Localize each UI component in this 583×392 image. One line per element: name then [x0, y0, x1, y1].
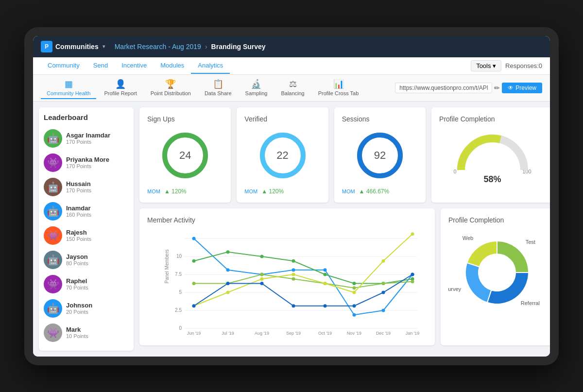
sub-nav-data-share-label: Data Share: [205, 90, 232, 96]
pie-segment: [487, 273, 529, 304]
member-info: Raphel 70 Points: [66, 277, 129, 290]
svg-text:Oct '19: Oct '19: [318, 331, 332, 336]
profile-pie-card: Profile Completion TestReferralQualifyin…: [441, 208, 550, 345]
sessions-donut-container: 92: [342, 129, 418, 182]
avatar: 🤖: [44, 299, 62, 318]
member-name: Raphel: [66, 277, 129, 285]
sub-nav-sampling[interactable]: 🔬 Sampling: [240, 77, 274, 99]
sub-nav-point-distribution-label: Point Distribution: [151, 90, 191, 96]
preview-button[interactable]: 👁 Preview: [502, 83, 542, 93]
verified-value: 22: [276, 149, 288, 162]
member-info: Johnson 20 Points: [66, 302, 129, 315]
member-points: 10 Points: [66, 333, 129, 339]
data-point: [292, 259, 295, 262]
nav-analytics[interactable]: Analytics: [191, 58, 230, 74]
data-point: [382, 282, 385, 285]
series-line: [194, 274, 412, 306]
logo-area: P Communities ▾: [41, 41, 105, 52]
tools-button[interactable]: Tools ▾: [471, 60, 501, 71]
member-info: Jayson 80 Points: [66, 253, 129, 266]
data-point: [260, 255, 264, 258]
data-point: [382, 308, 385, 312]
sub-nav-profile-report[interactable]: 👤 Profile Report: [98, 77, 142, 99]
data-point: [324, 304, 327, 307]
nav-community[interactable]: Community: [41, 58, 86, 74]
gauge-container: [454, 129, 532, 172]
device-frame: P Communities ▾ Market Research - Aug 20…: [24, 27, 559, 365]
avatar: 👾: [44, 226, 62, 245]
svg-text:5: 5: [179, 290, 182, 295]
leaderboard-item: 🤖 Johnson 20 Points: [44, 296, 129, 321]
nav-incentive[interactable]: Incentive: [115, 58, 154, 74]
sub-nav-sampling-label: Sampling: [245, 90, 268, 96]
svg-text:Sep '19: Sep '19: [286, 331, 301, 336]
avatar: 👾: [44, 324, 62, 342]
leaderboard-item: 👾 Raphel 70 Points: [44, 272, 129, 296]
right-panel: Sign Ups 24 MOM: [139, 107, 550, 351]
top-bar: P Communities ▾ Market Research - Aug 20…: [33, 36, 550, 57]
avatar: 🤖: [44, 202, 62, 221]
member-info: Asgar Inamdar 170 Points: [66, 132, 129, 145]
profile-pie-title: Profile Completion: [448, 216, 546, 224]
sub-nav-profile-report-label: Profile Report: [104, 90, 137, 96]
sub-nav-balancing[interactable]: ⚖ Balancing: [275, 77, 310, 99]
nav-send[interactable]: Send: [86, 58, 115, 74]
sessions-card: Sessions 92 MOM: [334, 107, 426, 203]
data-point: [324, 273, 327, 276]
communities-dropdown-icon[interactable]: ▾: [103, 44, 105, 49]
sub-nav-point-distribution[interactable]: 🏆 Point Distribution: [145, 77, 197, 99]
data-share-icon: 📋: [213, 79, 223, 89]
sessions-footer: MOM ▲ 466.67%: [342, 188, 418, 195]
member-name: Rajesh: [66, 229, 129, 236]
data-point: [226, 268, 230, 272]
data-point: [226, 282, 230, 285]
pie-segment: [497, 241, 529, 273]
member-name: Hussain: [66, 180, 129, 187]
data-point: [324, 268, 327, 272]
member-points: 170 Points: [66, 139, 129, 145]
series-line: [194, 274, 412, 288]
pie-label: Web: [463, 235, 473, 240]
point-distribution-icon: 🏆: [165, 79, 176, 89]
activity-chart-svg: 0 2.5 5 7.5 10 Jun '19 Jul '19 Aug '19 S…: [165, 229, 427, 336]
data-point: [192, 259, 196, 262]
signups-title: Sign Ups: [147, 115, 223, 123]
svg-text:0: 0: [179, 325, 182, 331]
activity-card: Member Activity Panel Members: [139, 208, 435, 345]
activity-title: Member Activity: [147, 216, 427, 224]
data-point: [192, 282, 196, 285]
stats-row: Sign Ups 24 MOM: [139, 107, 550, 203]
url-input[interactable]: [395, 83, 492, 93]
communities-label[interactable]: Communities: [55, 43, 99, 51]
pie-segment: [467, 241, 497, 267]
sub-nav-profile-cross-tab[interactable]: 📊 Profile Cross Tab: [312, 77, 365, 99]
member-points: 20 Points: [66, 309, 129, 315]
verified-title: Verified: [244, 115, 320, 123]
pie-label: Test: [526, 239, 535, 245]
nav-bar: Community Send Incentive Modules Analyti…: [33, 57, 550, 75]
member-points: 160 Points: [66, 212, 129, 218]
edit-url-icon[interactable]: ✏: [494, 84, 500, 92]
svg-text:10: 10: [176, 254, 182, 259]
logo-icon: P: [41, 41, 52, 52]
member-points: 150 Points: [66, 236, 129, 242]
data-point: [292, 277, 295, 280]
pie-chart-svg: TestReferralQualifying SurveyWeb: [448, 229, 546, 316]
sub-nav-data-share[interactable]: 📋 Data Share: [199, 77, 238, 99]
verified-donut-container: 22: [244, 129, 320, 182]
sub-nav: ▦ Community Health 👤 Profile Report 🏆 Po…: [33, 75, 550, 102]
data-point: [226, 250, 230, 254]
member-name: Mark: [66, 326, 129, 333]
data-point: [353, 286, 356, 290]
profile-completion-top-title: Profile Completion: [439, 115, 546, 123]
svg-text:Aug '19: Aug '19: [255, 331, 269, 336]
signups-footer: MOM ▲ 120%: [147, 188, 223, 195]
nav-modules[interactable]: Modules: [154, 58, 191, 74]
signups-donut: 24: [158, 129, 212, 182]
breadcrumb-link[interactable]: Market Research - Aug 2019: [115, 43, 201, 51]
sub-nav-community-health[interactable]: ▦ Community Health: [41, 77, 96, 99]
community-health-icon: ▦: [65, 79, 73, 89]
leaderboard-item: 👾 Priyanka More 170 Points: [44, 151, 129, 175]
data-point: [411, 232, 414, 236]
data-point: [353, 282, 356, 285]
